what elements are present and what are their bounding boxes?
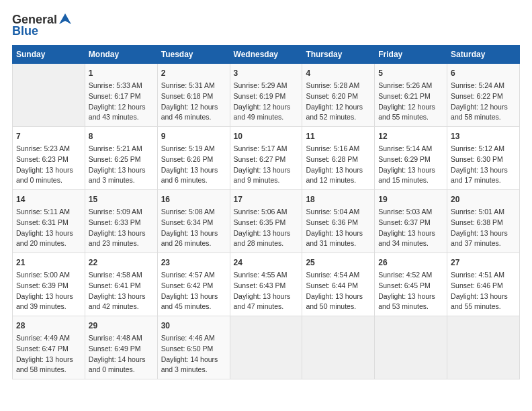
cell-info: Sunset: 6:44 PM	[306, 281, 371, 291]
calendar-cell: 16Sunrise: 5:08 AMSunset: 6:34 PMDayligh…	[157, 190, 230, 253]
cell-info: and 39 minutes.	[16, 302, 81, 312]
day-number: 4	[306, 67, 371, 79]
cell-info: and 45 minutes.	[161, 302, 226, 312]
day-number: 28	[16, 320, 81, 332]
cell-info: Sunrise: 5:19 AM	[161, 144, 226, 154]
cell-info: Daylight: 13 hours	[378, 228, 443, 239]
calendar-cell: 10Sunrise: 5:17 AMSunset: 6:27 PMDayligh…	[230, 127, 302, 190]
cell-info: Sunset: 6:30 PM	[451, 154, 516, 165]
cell-info: Daylight: 13 hours	[451, 165, 516, 176]
calendar-cell	[447, 316, 520, 379]
calendar-cell: 11Sunrise: 5:16 AMSunset: 6:28 PMDayligh…	[302, 127, 375, 190]
cell-info: Daylight: 14 hours	[89, 355, 154, 365]
cell-info: Sunset: 6:31 PM	[16, 218, 81, 228]
day-number: 18	[306, 193, 371, 205]
cell-info: Sunset: 6:37 PM	[378, 218, 443, 228]
cell-info: and 12 minutes.	[306, 175, 371, 186]
cell-info: Sunrise: 5:21 AM	[89, 144, 154, 154]
cell-info: Sunrise: 4:49 AM	[16, 333, 81, 344]
page: General Blue SundayMondayTuesdayWednesda…	[0, 0, 532, 386]
calendar-cell: 12Sunrise: 5:14 AMSunset: 6:29 PMDayligh…	[375, 127, 447, 190]
cell-info: and 15 minutes.	[378, 175, 443, 186]
cell-info: Daylight: 12 hours	[234, 102, 299, 113]
day-number: 12	[378, 130, 443, 142]
day-number: 5	[378, 67, 443, 79]
cell-info: Sunrise: 4:46 AM	[161, 333, 226, 344]
cell-info: Sunrise: 4:55 AM	[234, 270, 299, 281]
calendar-cell: 21Sunrise: 5:00 AMSunset: 6:39 PMDayligh…	[13, 253, 85, 316]
cell-info: Sunset: 6:39 PM	[16, 281, 81, 291]
day-number: 16	[161, 193, 226, 205]
day-number: 19	[378, 193, 443, 205]
cell-info: Sunrise: 5:24 AM	[451, 81, 516, 91]
header-monday: Monday	[85, 46, 157, 64]
calendar-table: SundayMondayTuesdayWednesdayThursdayFrid…	[12, 45, 520, 379]
cell-info: Daylight: 13 hours	[16, 291, 81, 302]
cell-info: Sunset: 6:49 PM	[89, 344, 154, 355]
cell-info: Sunrise: 5:04 AM	[306, 207, 371, 218]
cell-info: Sunrise: 4:51 AM	[451, 270, 516, 281]
day-number: 3	[234, 67, 299, 79]
logo-bird-icon	[58, 12, 73, 27]
cell-info: Daylight: 13 hours	[306, 165, 371, 176]
cell-info: and 3 minutes.	[89, 175, 154, 186]
cell-info: Daylight: 13 hours	[89, 291, 154, 302]
day-number: 20	[451, 193, 516, 205]
day-number: 29	[89, 320, 154, 332]
cell-info: Daylight: 13 hours	[306, 228, 371, 239]
calendar-cell: 19Sunrise: 5:03 AMSunset: 6:37 PMDayligh…	[375, 190, 447, 253]
calendar-cell: 1Sunrise: 5:33 AMSunset: 6:17 PMDaylight…	[85, 64, 157, 127]
cell-info: Sunset: 6:22 PM	[451, 91, 516, 102]
cell-info: and 55 minutes.	[451, 302, 516, 312]
cell-info: and 0 minutes.	[89, 365, 154, 375]
cell-info: Sunrise: 5:23 AM	[16, 144, 81, 154]
calendar-cell: 20Sunrise: 5:01 AMSunset: 6:38 PMDayligh…	[447, 190, 520, 253]
calendar-cell: 7Sunrise: 5:23 AMSunset: 6:23 PMDaylight…	[13, 127, 85, 190]
calendar-cell: 18Sunrise: 5:04 AMSunset: 6:36 PMDayligh…	[302, 190, 375, 253]
cell-info: Daylight: 13 hours	[16, 228, 81, 239]
cell-info: Daylight: 13 hours	[16, 165, 81, 176]
cell-info: Sunset: 6:26 PM	[161, 154, 226, 165]
day-number: 17	[234, 193, 299, 205]
day-number: 1	[89, 67, 154, 79]
cell-info: and 0 minutes.	[16, 175, 81, 186]
cell-info: Sunrise: 5:14 AM	[378, 144, 443, 154]
header-sunday: Sunday	[13, 46, 85, 64]
cell-info: Daylight: 13 hours	[306, 291, 371, 302]
cell-info: Sunset: 6:18 PM	[161, 91, 226, 102]
calendar-cell: 17Sunrise: 5:06 AMSunset: 6:35 PMDayligh…	[230, 190, 302, 253]
cell-info: Sunrise: 5:17 AM	[234, 144, 299, 154]
calendar-cell: 27Sunrise: 4:51 AMSunset: 6:46 PMDayligh…	[447, 253, 520, 316]
cell-info: Sunset: 6:46 PM	[451, 281, 516, 291]
svg-marker-0	[59, 13, 71, 24]
cell-info: Sunrise: 5:28 AM	[306, 81, 371, 91]
cell-info: and 3 minutes.	[161, 365, 226, 375]
cell-info: Daylight: 12 hours	[161, 102, 226, 113]
cell-info: and 28 minutes.	[234, 238, 299, 249]
day-number: 24	[234, 257, 299, 269]
cell-info: and 43 minutes.	[89, 112, 154, 123]
cell-info: Sunset: 6:28 PM	[306, 154, 371, 165]
cell-info: Sunset: 6:35 PM	[234, 218, 299, 228]
cell-info: Sunset: 6:23 PM	[16, 154, 81, 165]
day-number: 27	[451, 257, 516, 269]
cell-info: Sunrise: 5:31 AM	[161, 81, 226, 91]
cell-info: and 49 minutes.	[234, 112, 299, 123]
cell-info: Sunset: 6:21 PM	[378, 91, 443, 102]
cell-info: Daylight: 13 hours	[89, 165, 154, 176]
cell-info: Sunrise: 5:11 AM	[16, 207, 81, 218]
cell-info: Sunset: 6:45 PM	[378, 281, 443, 291]
calendar-cell: 15Sunrise: 5:09 AMSunset: 6:33 PMDayligh…	[85, 190, 157, 253]
calendar-cell: 24Sunrise: 4:55 AMSunset: 6:43 PMDayligh…	[230, 253, 302, 316]
cell-info: Sunrise: 5:06 AM	[234, 207, 299, 218]
header-tuesday: Tuesday	[157, 46, 230, 64]
cell-info: Daylight: 13 hours	[16, 355, 81, 365]
week-row-4: 28Sunrise: 4:49 AMSunset: 6:47 PMDayligh…	[13, 316, 520, 379]
cell-info: Sunrise: 5:33 AM	[89, 81, 154, 91]
cell-info: Sunset: 6:19 PM	[234, 91, 299, 102]
calendar-cell: 25Sunrise: 4:54 AMSunset: 6:44 PMDayligh…	[302, 253, 375, 316]
cell-info: and 52 minutes.	[306, 112, 371, 123]
cell-info: and 58 minutes.	[451, 112, 516, 123]
cell-info: Sunset: 6:47 PM	[16, 344, 81, 355]
day-number: 23	[161, 257, 226, 269]
